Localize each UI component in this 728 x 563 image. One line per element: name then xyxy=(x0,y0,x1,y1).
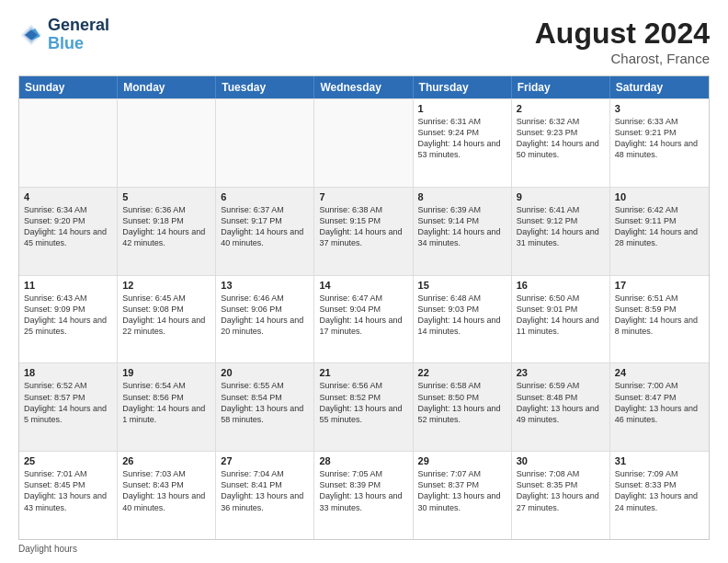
day-cell-31: 31Sunrise: 7:09 AM Sunset: 8:33 PM Dayli… xyxy=(610,452,709,539)
calendar-body: 1Sunrise: 6:31 AM Sunset: 9:24 PM Daylig… xyxy=(19,98,709,539)
location: Charost, France xyxy=(535,51,710,66)
day-info: Sunrise: 6:34 AM Sunset: 9:20 PM Dayligh… xyxy=(24,204,112,249)
day-info: Sunrise: 6:41 AM Sunset: 9:12 PM Dayligh… xyxy=(517,204,605,249)
day-info: Sunrise: 7:01 AM Sunset: 8:45 PM Dayligh… xyxy=(24,468,112,513)
day-number: 3 xyxy=(615,103,704,114)
day-cell-29: 29Sunrise: 7:07 AM Sunset: 8:37 PM Dayli… xyxy=(414,452,512,539)
day-number: 7 xyxy=(319,191,407,202)
day-number: 19 xyxy=(122,367,210,378)
day-cell-7: 7Sunrise: 6:38 AM Sunset: 9:15 PM Daylig… xyxy=(314,188,413,275)
day-cell-13: 13Sunrise: 6:46 AM Sunset: 9:06 PM Dayli… xyxy=(216,276,314,363)
day-number: 12 xyxy=(122,280,210,291)
day-cell-22: 22Sunrise: 6:58 AM Sunset: 8:50 PM Dayli… xyxy=(414,363,512,451)
header-sunday: Sunday xyxy=(19,76,118,98)
day-cell-19: 19Sunrise: 6:54 AM Sunset: 8:56 PM Dayli… xyxy=(118,363,216,451)
day-cell-1: 1Sunrise: 6:31 AM Sunset: 9:24 PM Daylig… xyxy=(414,99,512,187)
day-info: Sunrise: 6:59 AM Sunset: 8:48 PM Dayligh… xyxy=(517,380,605,425)
header-friday: Friday xyxy=(512,76,610,98)
day-info: Sunrise: 6:39 AM Sunset: 9:14 PM Dayligh… xyxy=(418,204,506,249)
day-info: Sunrise: 6:51 AM Sunset: 8:59 PM Dayligh… xyxy=(615,293,704,338)
day-cell-5: 5Sunrise: 6:36 AM Sunset: 9:18 PM Daylig… xyxy=(118,188,216,275)
day-cell-6: 6Sunrise: 6:37 AM Sunset: 9:17 PM Daylig… xyxy=(216,188,314,275)
day-number: 26 xyxy=(122,455,210,466)
day-number: 18 xyxy=(24,367,112,378)
day-cell-12: 12Sunrise: 6:45 AM Sunset: 9:08 PM Dayli… xyxy=(118,276,216,363)
day-cell-26: 26Sunrise: 7:03 AM Sunset: 8:43 PM Dayli… xyxy=(118,452,216,539)
day-number: 23 xyxy=(517,367,605,378)
day-info: Sunrise: 6:31 AM Sunset: 9:24 PM Dayligh… xyxy=(418,116,506,161)
day-number: 21 xyxy=(319,367,407,378)
day-number: 22 xyxy=(418,367,506,378)
logo: General Blue xyxy=(18,17,109,53)
day-number: 24 xyxy=(615,367,704,378)
day-cell-3: 3Sunrise: 6:33 AM Sunset: 9:21 PM Daylig… xyxy=(610,99,709,187)
day-number: 5 xyxy=(122,191,210,202)
day-number: 14 xyxy=(319,280,407,291)
day-info: Sunrise: 6:42 AM Sunset: 9:11 PM Dayligh… xyxy=(615,204,704,249)
day-cell-9: 9Sunrise: 6:41 AM Sunset: 9:12 PM Daylig… xyxy=(512,188,610,275)
header-tuesday: Tuesday xyxy=(216,76,314,98)
day-number: 1 xyxy=(418,103,506,114)
day-cell-23: 23Sunrise: 6:59 AM Sunset: 8:48 PM Dayli… xyxy=(512,363,610,451)
day-number: 25 xyxy=(24,455,112,466)
day-cell-15: 15Sunrise: 6:48 AM Sunset: 9:03 PM Dayli… xyxy=(414,276,512,363)
footer-note: Daylight hours xyxy=(18,544,710,554)
day-cell-11: 11Sunrise: 6:43 AM Sunset: 9:09 PM Dayli… xyxy=(19,276,118,363)
day-number: 17 xyxy=(615,280,704,291)
calendar: SundayMondayTuesdayWednesdayThursdayFrid… xyxy=(18,75,710,540)
logo-line1: General xyxy=(48,17,109,35)
day-info: Sunrise: 6:47 AM Sunset: 9:04 PM Dayligh… xyxy=(319,293,407,338)
day-cell-18: 18Sunrise: 6:52 AM Sunset: 8:57 PM Dayli… xyxy=(19,363,118,451)
day-info: Sunrise: 7:09 AM Sunset: 8:33 PM Dayligh… xyxy=(615,468,704,513)
page: General Blue August 2024 Charost, France… xyxy=(0,0,728,563)
day-number: 10 xyxy=(615,191,704,202)
day-info: Sunrise: 7:04 AM Sunset: 8:41 PM Dayligh… xyxy=(221,468,309,513)
day-info: Sunrise: 6:48 AM Sunset: 9:03 PM Dayligh… xyxy=(418,293,506,338)
day-info: Sunrise: 6:38 AM Sunset: 9:15 PM Dayligh… xyxy=(319,204,407,249)
day-cell-25: 25Sunrise: 7:01 AM Sunset: 8:45 PM Dayli… xyxy=(19,452,118,539)
day-number: 13 xyxy=(221,280,309,291)
day-number: 28 xyxy=(319,455,407,466)
day-number: 20 xyxy=(221,367,309,378)
day-info: Sunrise: 7:00 AM Sunset: 8:47 PM Dayligh… xyxy=(615,380,704,425)
day-cell-20: 20Sunrise: 6:55 AM Sunset: 8:54 PM Dayli… xyxy=(216,363,314,451)
day-info: Sunrise: 7:08 AM Sunset: 8:35 PM Dayligh… xyxy=(517,468,605,513)
day-info: Sunrise: 6:55 AM Sunset: 8:54 PM Dayligh… xyxy=(221,380,309,425)
day-info: Sunrise: 7:07 AM Sunset: 8:37 PM Dayligh… xyxy=(418,468,506,513)
day-number: 30 xyxy=(517,455,605,466)
day-number: 2 xyxy=(517,103,605,114)
day-cell-empty-1 xyxy=(118,99,216,187)
day-info: Sunrise: 6:36 AM Sunset: 9:18 PM Dayligh… xyxy=(122,204,210,249)
day-info: Sunrise: 7:03 AM Sunset: 8:43 PM Dayligh… xyxy=(122,468,210,513)
day-cell-24: 24Sunrise: 7:00 AM Sunset: 8:47 PM Dayli… xyxy=(610,363,709,451)
day-cell-empty-0 xyxy=(19,99,118,187)
day-info: Sunrise: 6:58 AM Sunset: 8:50 PM Dayligh… xyxy=(418,380,506,425)
day-number: 15 xyxy=(418,280,506,291)
week-row-3: 11Sunrise: 6:43 AM Sunset: 9:09 PM Dayli… xyxy=(19,275,709,363)
logo-text: General Blue xyxy=(48,17,109,53)
day-number: 27 xyxy=(221,455,309,466)
week-row-1: 1Sunrise: 6:31 AM Sunset: 9:24 PM Daylig… xyxy=(19,98,709,187)
header-thursday: Thursday xyxy=(414,76,512,98)
day-info: Sunrise: 6:54 AM Sunset: 8:56 PM Dayligh… xyxy=(122,380,210,425)
day-cell-30: 30Sunrise: 7:08 AM Sunset: 8:35 PM Dayli… xyxy=(512,452,610,539)
day-info: Sunrise: 6:43 AM Sunset: 9:09 PM Dayligh… xyxy=(24,293,112,338)
day-cell-21: 21Sunrise: 6:56 AM Sunset: 8:52 PM Dayli… xyxy=(314,363,413,451)
day-number: 16 xyxy=(517,280,605,291)
day-number: 6 xyxy=(221,191,309,202)
day-cell-17: 17Sunrise: 6:51 AM Sunset: 8:59 PM Dayli… xyxy=(610,276,709,363)
logo-line2: Blue xyxy=(48,35,109,53)
day-number: 8 xyxy=(418,191,506,202)
title-block: August 2024 Charost, France xyxy=(535,17,710,66)
day-info: Sunrise: 6:46 AM Sunset: 9:06 PM Dayligh… xyxy=(221,293,309,338)
header-saturday: Saturday xyxy=(610,76,709,98)
day-cell-empty-3 xyxy=(314,99,413,187)
calendar-header-row: SundayMondayTuesdayWednesdayThursdayFrid… xyxy=(19,76,709,98)
day-cell-8: 8Sunrise: 6:39 AM Sunset: 9:14 PM Daylig… xyxy=(414,188,512,275)
day-cell-16: 16Sunrise: 6:50 AM Sunset: 9:01 PM Dayli… xyxy=(512,276,610,363)
week-row-4: 18Sunrise: 6:52 AM Sunset: 8:57 PM Dayli… xyxy=(19,362,709,451)
day-info: Sunrise: 6:32 AM Sunset: 9:23 PM Dayligh… xyxy=(517,116,605,161)
day-cell-2: 2Sunrise: 6:32 AM Sunset: 9:23 PM Daylig… xyxy=(512,99,610,187)
day-info: Sunrise: 6:33 AM Sunset: 9:21 PM Dayligh… xyxy=(615,116,704,161)
header-monday: Monday xyxy=(118,76,216,98)
